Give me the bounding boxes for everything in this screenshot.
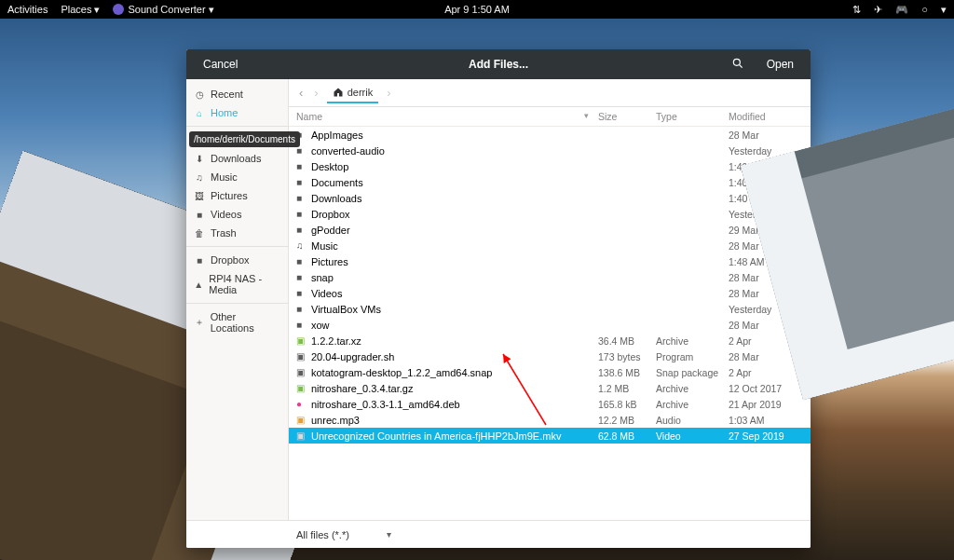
sidebar-recent[interactable]: ◷Recent: [186, 85, 288, 103]
file-row[interactable]: ■Pictures1:48 AM: [289, 253, 811, 269]
nav-forward-button[interactable]: ›: [311, 84, 320, 102]
filetype-filter-label: All files (*.*): [296, 529, 349, 540]
sidebar-videos-icon: ■: [194, 210, 205, 220]
file-row[interactable]: ▣kotatogram-desktop_1.2.2_amd64.snap138.…: [289, 364, 811, 380]
dialog-headerbar: Cancel Add Files... Open: [186, 49, 811, 79]
file-name: Music: [311, 240, 598, 252]
chevron-down-icon: ▾: [387, 529, 391, 540]
file-row[interactable]: ●nitroshare_0.3.3-1.1_amd64.deb165.8 kBA…: [289, 396, 811, 412]
file-name: Downloads: [311, 193, 598, 204]
app-menu[interactable]: Sound Converter ▾: [113, 4, 213, 16]
sidebar-item-label: RPI4 NAS - Media: [209, 273, 280, 295]
sidebar-downloads-icon: ⬇: [194, 154, 205, 164]
tray-icon-telegram[interactable]: ✈: [874, 4, 882, 16]
file-icon: ■: [296, 256, 311, 266]
column-type[interactable]: Type: [656, 111, 729, 122]
file-row[interactable]: ■converted-audioYesterday: [289, 143, 811, 158]
clock[interactable]: Apr 9 1:50 AM: [444, 4, 510, 15]
file-row[interactable]: ■AppImages28 Mar: [289, 127, 811, 143]
nav-back-button[interactable]: ‹: [296, 84, 306, 102]
open-button[interactable]: Open: [761, 54, 799, 75]
path-segment-home[interactable]: derrik: [327, 83, 379, 103]
file-row[interactable]: ■gPodder29 Mar: [289, 222, 811, 238]
file-name: nitroshare_0.3.4.tar.gz: [311, 383, 598, 394]
file-name: Videos: [311, 288, 598, 299]
file-modified: 1:40 AM: [729, 193, 803, 204]
file-type: Snap package: [656, 367, 729, 378]
column-modified[interactable]: Modified: [729, 111, 803, 122]
tray-icon-controller[interactable]: 🎮: [895, 4, 908, 16]
file-row[interactable]: ■DropboxYesterday: [289, 206, 811, 222]
file-type: Archive: [656, 383, 729, 394]
sidebar-dropbox[interactable]: ■Dropbox: [186, 251, 288, 269]
file-icon: ■: [296, 177, 311, 187]
file-icon: ■: [296, 288, 311, 298]
sidebar-item-label: Dropbox: [211, 254, 250, 266]
places-menu[interactable]: Places ▾: [61, 4, 100, 16]
activities-button[interactable]: Activities: [7, 4, 48, 15]
sidebar-recent-icon: ◷: [194, 89, 205, 100]
file-name: xow: [311, 320, 598, 331]
tray-icon-power[interactable]: ▾: [941, 4, 947, 16]
column-name[interactable]: Name ▾: [296, 111, 598, 122]
sidebar-trash[interactable]: 🗑Trash: [186, 224, 288, 242]
sidebar-dropbox-icon: ■: [194, 255, 205, 266]
places-sidebar: /home/derrik/Documents ◷Recent⌂Home🖹Docu…: [186, 79, 289, 520]
file-modified: 27 Sep 2019: [729, 430, 803, 442]
tray-icon-1[interactable]: ⇅: [852, 4, 861, 16]
file-modified: 1:49 AM: [729, 161, 803, 172]
file-row[interactable]: ■xow28 Mar: [289, 317, 811, 333]
sidebar-rpi4nas-icon: ▲: [194, 280, 203, 290]
search-button[interactable]: [726, 53, 750, 76]
file-row[interactable]: ■Documents1:40 AM: [289, 174, 811, 190]
file-row[interactable]: ■VirtualBox VMsYesterday: [289, 301, 811, 317]
file-row[interactable]: ■Videos28 Mar: [289, 285, 811, 301]
file-name: nitroshare_0.3.3-1.1_amd64.deb: [311, 399, 598, 410]
path-bar: ‹ › derrik ›: [289, 79, 811, 107]
column-size[interactable]: Size: [598, 111, 656, 122]
sidebar-item-label: Music: [211, 171, 238, 183]
file-type: Archive: [656, 399, 729, 410]
sidebar-music[interactable]: ♫Music: [186, 168, 288, 186]
file-icon: ■: [296, 225, 311, 235]
file-modified: 1:03 AM: [729, 415, 803, 426]
file-row[interactable]: ▣unrec.mp312.2 MBAudio1:03 AM: [289, 412, 811, 428]
file-icon: ♫: [296, 240, 311, 251]
sidebar-other[interactable]: ＋Other Locations: [186, 307, 288, 337]
file-row[interactable]: ▣Unrecognized Countries in America-fjHHP…: [289, 428, 811, 444]
filetype-filter-combo[interactable]: All files (*.*) ▾: [296, 529, 391, 540]
cancel-button[interactable]: Cancel: [198, 54, 243, 75]
file-row[interactable]: ▣1.2.2.tar.xz36.4 MBArchive2 Apr: [289, 333, 811, 348]
file-modified: 2 Apr: [729, 335, 803, 347]
file-name: Desktop: [311, 161, 598, 172]
file-name: Unrecognized Countries in America-fjHHP2…: [311, 430, 598, 442]
file-icon: ■: [296, 304, 311, 314]
sidebar-pictures[interactable]: 🖼Pictures: [186, 186, 288, 205]
file-modified: 29 Mar: [729, 225, 803, 236]
file-modified: 12 Oct 2017: [729, 383, 803, 394]
sidebar-home[interactable]: ⌂Home: [186, 103, 288, 122]
sidebar-trash-icon: 🗑: [194, 228, 205, 239]
sidebar-pictures-icon: 🖼: [194, 191, 205, 201]
file-row[interactable]: ■Desktop1:49 AM: [289, 158, 811, 174]
sidebar-rpi4nas[interactable]: ▲RPI4 NAS - Media: [186, 269, 288, 299]
file-chooser-dialog: Cancel Add Files... Open /home/derrik/Do…: [186, 49, 811, 548]
file-modified: Yesterday: [729, 145, 803, 157]
file-row[interactable]: ♫Music28 Mar: [289, 238, 811, 253]
file-name: VirtualBox VMs: [311, 304, 598, 315]
file-row[interactable]: ■snap28 Mar: [289, 269, 811, 285]
file-name: Documents: [311, 177, 598, 188]
sound-converter-icon: [113, 4, 124, 15]
svg-point-0: [733, 59, 740, 65]
sidebar-home-icon: ⌂: [194, 108, 205, 118]
file-row[interactable]: ▣20.04-upgrader.sh173 bytesProgram28 Mar: [289, 348, 811, 364]
sidebar-downloads[interactable]: ⬇Downloads: [186, 149, 288, 168]
file-row[interactable]: ■Downloads1:40 AM: [289, 190, 811, 206]
file-row[interactable]: ▣nitroshare_0.3.4.tar.gz1.2 MBArchive12 …: [289, 380, 811, 396]
file-size: 62.8 MB: [598, 430, 656, 442]
sidebar-videos[interactable]: ■Videos: [186, 205, 288, 224]
file-list[interactable]: ■AppImages28 Mar■converted-audioYesterda…: [289, 127, 811, 520]
file-modified: 28 Mar: [729, 288, 803, 299]
tray-icon-circle[interactable]: ○: [921, 4, 928, 15]
home-icon: [333, 87, 344, 98]
